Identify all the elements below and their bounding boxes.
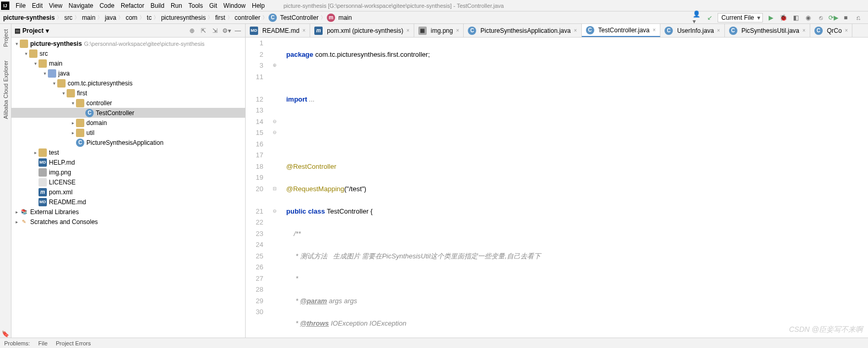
tree-node-app[interactable]: CPictureSynthesisApplication — [11, 138, 245, 147]
breadcrumb-controller[interactable]: controller — [234, 14, 261, 22]
tab-img-png[interactable]: ▦img.png× — [414, 24, 464, 37]
debug-icon[interactable]: 🐞 — [778, 13, 788, 22]
tree-node-test[interactable]: ▸test — [11, 147, 245, 157]
hide-icon[interactable]: — — [234, 27, 242, 34]
tab-picsynthesisutil-java[interactable]: CPicSynthesisUtil.java× — [725, 24, 810, 37]
project-sidebar: ▤ Project ▾ ⊕ ⇱ ⇲ ⚙▾ — ▾picture-synthesi… — [11, 24, 246, 338]
status-problems[interactable]: Problems: — [4, 340, 30, 346]
close-icon[interactable]: × — [406, 28, 410, 33]
menu-git[interactable]: Git — [206, 1, 220, 10]
menu-tools[interactable]: Tools — [185, 1, 206, 10]
attach-icon[interactable]: ⎋ — [816, 13, 825, 22]
cls-icon: C — [814, 27, 823, 35]
menu-bar: IJ FileEditViewNavigateCodeRefactorBuild… — [0, 0, 868, 11]
close-icon[interactable]: × — [802, 28, 806, 33]
close-icon[interactable]: × — [456, 28, 459, 33]
menu-help[interactable]: Help — [249, 1, 268, 10]
tree-node-src[interactable]: ▾src — [11, 48, 245, 58]
breadcrumb-picturesynthesis[interactable]: picturesynthesis — [160, 14, 207, 22]
profile-icon[interactable]: ◉ — [803, 13, 813, 22]
back-icon[interactable]: ↙ — [705, 13, 714, 22]
status-file[interactable]: File — [39, 340, 48, 346]
tab-testcontroller-java[interactable]: CTestController.java× — [582, 24, 661, 37]
run-icon[interactable]: ▶ — [766, 13, 775, 22]
tab-picturesynthesisapplication-java[interactable]: CPictureSynthesisApplication.java× — [464, 24, 581, 37]
breadcrumb-com[interactable]: com — [124, 14, 138, 22]
breadcrumb-main[interactable]: main — [81, 14, 96, 22]
git-icon[interactable]: ⎌ — [853, 13, 863, 22]
breadcrumb-java[interactable]: java — [104, 14, 117, 22]
project-tree[interactable]: ▾picture-synthesisG:\personnal-workspace… — [11, 38, 245, 338]
tree-node-help[interactable]: MDHELP.md — [11, 157, 245, 167]
tab-label: img.png — [431, 27, 453, 34]
menu-refactor[interactable]: Refactor — [118, 1, 147, 10]
close-icon[interactable]: × — [653, 27, 656, 33]
stop-icon[interactable]: ■ — [841, 13, 850, 22]
menu-file[interactable]: File — [12, 1, 29, 10]
tree-node-controller[interactable]: ▾controller — [11, 98, 245, 108]
code-editor[interactable]: 1231112131415161718192021222324252627282… — [246, 38, 868, 338]
tree-node-readme[interactable]: MDREADME.md — [11, 197, 245, 207]
project-panel-title[interactable]: ▤ Project ▾ — [15, 27, 49, 34]
bookmark-icon[interactable]: 🔖 — [2, 330, 9, 338]
cls-icon: C — [468, 27, 476, 35]
tree-node-external[interactable]: ▸📚External Libraries — [11, 207, 245, 217]
user-icon[interactable]: 👤▾ — [693, 13, 702, 22]
tree-root[interactable]: ▾picture-synthesisG:\personnal-workspace… — [11, 39, 245, 48]
breadcrumb-src[interactable]: src — [63, 14, 73, 22]
menu-window[interactable]: Window — [220, 1, 249, 10]
menu-view[interactable]: View — [46, 1, 66, 10]
tree-node-pom[interactable]: mpom.xml — [11, 187, 245, 197]
tab-userinfo-java[interactable]: CUserInfo.java× — [660, 24, 725, 37]
collapse-all-icon[interactable]: ⇲ — [211, 27, 219, 34]
menu-edit[interactable]: Edit — [29, 1, 46, 10]
tab-label: QrCo — [827, 27, 842, 34]
breadcrumb-main[interactable]: main — [337, 14, 353, 22]
close-icon[interactable]: × — [574, 28, 577, 33]
run-config-selector[interactable]: Current File — [718, 13, 763, 22]
breadcrumb-tc[interactable]: tc — [146, 14, 152, 22]
menu-code[interactable]: Code — [96, 1, 118, 10]
cls-icon: C — [586, 26, 594, 34]
fold-gutter[interactable]: ⊕ ⊖⊖ ⊟ ⊖ — [273, 38, 282, 338]
img-icon: ▦ — [418, 27, 427, 35]
menu-navigate[interactable]: Navigate — [66, 1, 96, 10]
class-icon: C — [269, 14, 277, 22]
rerun-icon[interactable]: ⟳▶ — [828, 13, 838, 22]
status-project-errors[interactable]: Project Errors — [56, 340, 91, 346]
code-content[interactable]: package com.tc.picturesynthesis.first.co… — [282, 38, 868, 338]
menu-build[interactable]: Build — [147, 1, 168, 10]
select-opened-icon[interactable]: ⊕ — [188, 27, 196, 34]
tab-label: TestController.java — [598, 27, 650, 34]
tree-node-util[interactable]: ▸util — [11, 128, 245, 138]
tab-pom-xml-picture-synthesis-[interactable]: mpom.xml (picture-synthesis)× — [310, 24, 414, 37]
status-bar: Problems: File Project Errors — [0, 338, 868, 348]
expand-all-icon[interactable]: ⇱ — [199, 27, 208, 34]
close-icon[interactable]: × — [845, 28, 848, 33]
breadcrumb-picture-synthesis[interactable]: picture-synthesis — [2, 14, 56, 22]
close-icon[interactable]: × — [717, 28, 720, 33]
settings-icon[interactable]: ⚙▾ — [222, 27, 231, 34]
cls-icon: C — [665, 27, 673, 35]
tree-node-main[interactable]: ▾main — [11, 58, 245, 68]
editor-area: MDREADME.md×mpom.xml (picture-synthesis)… — [246, 24, 868, 338]
tree-node-java[interactable]: ▾java — [11, 68, 245, 78]
project-tool-tab[interactable]: Project — [3, 26, 9, 50]
tree-node-scratches[interactable]: ▸✎Scratches and Consoles — [11, 217, 245, 227]
tree-node-first[interactable]: ▾first — [11, 88, 245, 98]
alibaba-tool-tab[interactable]: Alibaba Cloud Explorer — [3, 57, 9, 122]
close-icon[interactable]: × — [302, 28, 305, 33]
breadcrumb-TestController[interactable]: TestController — [279, 14, 320, 22]
tree-node-package[interactable]: ▾com.tc.picturesynthesis — [11, 78, 245, 88]
tree-node-imgpng[interactable]: img.png — [11, 167, 245, 177]
tree-node-license[interactable]: LICENSE — [11, 177, 245, 187]
breadcrumb-first[interactable]: first — [214, 14, 226, 22]
m-icon: m — [314, 27, 323, 35]
menu-run[interactable]: Run — [168, 1, 185, 10]
tab-readme-md[interactable]: MDREADME.md× — [246, 24, 310, 37]
tree-node-testcontroller[interactable]: CTestController — [11, 108, 245, 118]
tab-label: PicSynthesisUtil.java — [742, 27, 799, 34]
coverage-icon[interactable]: ◧ — [791, 13, 800, 22]
tree-node-domain[interactable]: ▸domain — [11, 118, 245, 128]
tab-qrco[interactable]: CQrCo× — [810, 24, 853, 37]
